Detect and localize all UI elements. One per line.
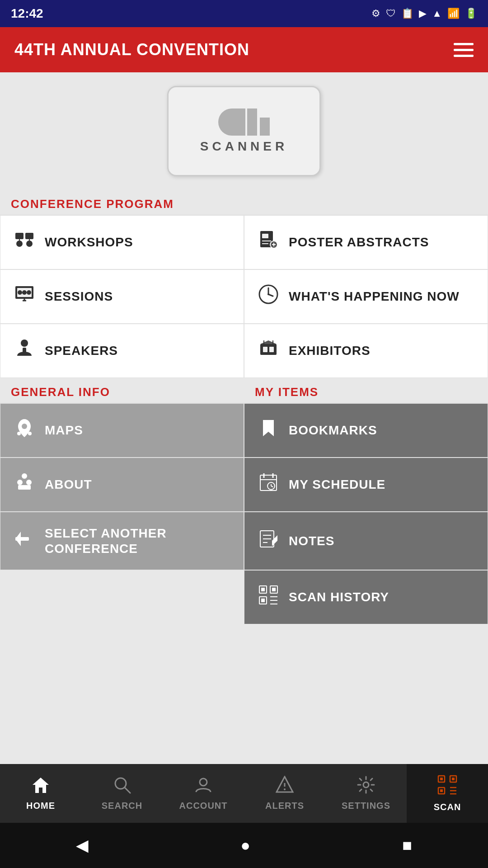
select-conference-button[interactable]: SELECT ANOTHER CONFERENCE (0, 512, 244, 570)
workshops-label: WORKSHOPS (45, 235, 133, 250)
menu-line-1 (454, 43, 474, 45)
svg-point-67 (284, 788, 286, 790)
android-back-button[interactable]: ◀ (76, 836, 89, 855)
android-recent-button[interactable]: ■ (402, 836, 412, 855)
sessions-icon (13, 283, 36, 310)
signal-icon: 📶 (447, 8, 460, 19)
svg-point-34 (22, 473, 27, 479)
my-schedule-label: MY SCHEDULE (289, 477, 385, 492)
svg-point-64 (200, 778, 207, 786)
scan-history-icon (257, 584, 280, 610)
exhibitors-label: EXHIBITORS (289, 343, 371, 359)
account-nav-label: ACCOUNT (179, 801, 228, 811)
scan-nav-label: SCAN (434, 802, 461, 812)
svg-rect-26 (260, 344, 277, 355)
account-nav-icon (194, 776, 212, 798)
maps-icon (13, 417, 36, 443)
general-info-label: GENERAL INFO (0, 378, 244, 403)
app-title: 44TH ANNUAL CONVENTION (14, 40, 249, 59)
svg-marker-51 (272, 535, 277, 546)
svg-marker-46 (15, 532, 21, 546)
settings-nav-label: SETTINGS (342, 801, 390, 811)
svg-point-16 (22, 290, 27, 295)
logo-text: SCANNER (200, 139, 288, 154)
play-status-icon: ▶ (419, 8, 427, 19)
workshops-button[interactable]: WORKSHOPS (0, 215, 244, 269)
my-schedule-icon (257, 472, 280, 498)
back-arrow-icon (13, 528, 36, 554)
svg-rect-28 (269, 347, 274, 352)
svg-point-32 (17, 432, 21, 435)
alerts-nav-button[interactable]: ALERTS (244, 764, 325, 823)
status-time: 12:42 (11, 6, 43, 21)
android-home-button[interactable]: ● (240, 836, 250, 855)
logo-bar-2 (260, 118, 270, 136)
svg-point-17 (27, 290, 31, 295)
logo-shape-left (218, 108, 245, 136)
search-nav-button[interactable]: SEARCH (81, 764, 163, 823)
my-items-label: MY ITEMS (244, 378, 488, 403)
scan-history-label: SCAN HISTORY (289, 590, 389, 605)
svg-point-3 (26, 241, 33, 247)
poster-abstracts-icon (257, 229, 280, 255)
exhibitors-icon (257, 338, 280, 364)
shield-status-icon: 🛡 (386, 8, 396, 19)
select-conference-label: SELECT ANOTHER CONFERENCE (45, 526, 231, 556)
whats-happening-now-button[interactable]: WHAT'S HAPPENING NOW (244, 269, 488, 324)
svg-rect-37 (18, 485, 31, 490)
notes-button[interactable]: NOTES (244, 512, 488, 570)
sessions-label: SESSIONS (45, 289, 113, 304)
scan-nav-button[interactable]: SCAN (407, 764, 488, 823)
svg-rect-7 (262, 234, 268, 238)
whats-happening-now-label: WHAT'S HAPPENING NOW (289, 289, 460, 304)
about-button[interactable]: ABOUT (0, 458, 244, 512)
scan-nav-icon (437, 775, 457, 799)
svg-rect-74 (440, 789, 443, 792)
svg-point-15 (18, 290, 22, 295)
bookmarks-button[interactable]: BOOKMARKS (244, 403, 488, 458)
svg-rect-73 (452, 778, 455, 780)
bookmarks-label: BOOKMARKS (289, 423, 377, 438)
bookmarks-icon (257, 417, 280, 443)
account-nav-button[interactable]: ACCOUNT (163, 764, 244, 823)
svg-point-36 (26, 480, 32, 485)
svg-point-23 (267, 293, 269, 295)
main-content: CONFERENCE PROGRAM WORKSHOPS (0, 190, 488, 624)
conference-program-grid: WORKSHOPS POSTER ABSTRACTS (0, 215, 488, 378)
svg-line-44 (271, 486, 273, 487)
svg-rect-55 (261, 588, 265, 591)
logo-area: SCANNER (0, 72, 488, 190)
svg-point-33 (28, 432, 32, 435)
general-my-items-grid: MAPS BOOKMARKS ABOUT (0, 403, 488, 624)
svg-point-31 (22, 424, 27, 429)
status-bar: 12:42 ⚙ 🛡 📋 ▶ ▲ 📶 🔋 (0, 0, 488, 27)
hamburger-menu-button[interactable] (454, 43, 474, 57)
speakers-button[interactable]: SPEAKERS (0, 324, 244, 378)
svg-point-2 (16, 241, 23, 247)
svg-line-63 (125, 788, 130, 793)
menu-line-3 (454, 55, 474, 57)
workshops-icon (13, 229, 36, 255)
settings-nav-button[interactable]: SETTINGS (325, 764, 407, 823)
menu-line-2 (454, 49, 474, 51)
clipboard-status-icon: 📋 (401, 8, 413, 19)
my-schedule-button[interactable]: MY SCHEDULE (244, 458, 488, 512)
search-nav-icon (113, 776, 131, 798)
svg-rect-27 (263, 347, 267, 352)
settings-nav-icon (357, 776, 375, 798)
home-nav-icon (32, 776, 50, 798)
svg-rect-72 (440, 778, 443, 780)
alerts-nav-label: ALERTS (265, 801, 304, 811)
poster-abstracts-button[interactable]: POSTER ABSTRACTS (244, 215, 488, 269)
svg-marker-61 (33, 778, 49, 793)
maps-button[interactable]: MAPS (0, 403, 244, 458)
svg-rect-0 (15, 233, 23, 239)
battery-icon: 🔋 (465, 8, 477, 19)
home-nav-button[interactable]: HOME (0, 764, 81, 823)
scan-history-button[interactable]: SCAN HISTORY (244, 570, 488, 624)
android-nav-bar: ◀ ● ■ (0, 823, 488, 868)
notes-label: NOTES (289, 533, 334, 549)
exhibitors-button[interactable]: EXHIBITORS (244, 324, 488, 378)
clock-icon (257, 283, 280, 310)
sessions-button[interactable]: SESSIONS (0, 269, 244, 324)
